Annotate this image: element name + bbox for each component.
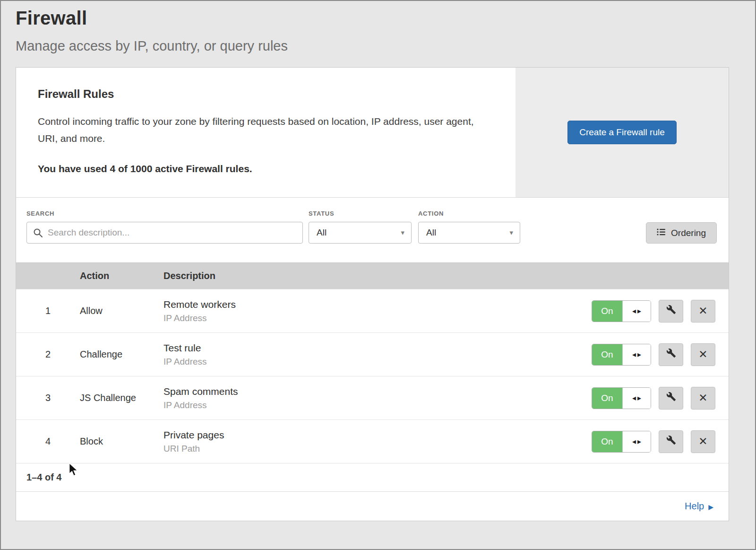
rule-enabled-toggle[interactable]: On ◂▸ (592, 344, 651, 366)
ordering-button[interactable]: Ordering (646, 222, 717, 244)
rule-enabled-toggle[interactable]: On ◂▸ (592, 431, 651, 453)
rule-priority: 4 (16, 436, 80, 447)
arrow-left-icon: ◂ (632, 393, 636, 402)
rules-summary-section: Firewall Rules Control incoming traffic … (16, 68, 729, 198)
search-filter: SEARCH (26, 210, 303, 244)
rules-usage-text: You have used 4 of 1000 active Firewall … (38, 163, 487, 175)
rule-description-cell: Test rule IP Address (163, 342, 592, 367)
toggle-on-segment[interactable]: On (592, 431, 622, 452)
rule-description-cell: Remote workers IP Address (163, 299, 592, 323)
arrow-right-icon: ▸ (637, 437, 641, 446)
ordering-list-icon (657, 228, 666, 238)
toggle-on-segment[interactable]: On (592, 301, 622, 322)
action-select[interactable]: All ▾ (418, 222, 520, 244)
toggle-on-segment[interactable]: On (592, 344, 622, 365)
help-bar: Help ▶ (16, 491, 729, 521)
search-input-wrap (26, 222, 303, 244)
rule-controls: On ◂▸ ✕ (592, 300, 729, 323)
rule-priority: 2 (16, 349, 80, 360)
page-subtitle: Manage access by IP, country, or query r… (16, 38, 756, 54)
close-icon: ✕ (698, 305, 707, 317)
arrow-left-icon: ◂ (632, 350, 636, 359)
edit-rule-button[interactable] (659, 430, 683, 453)
rule-enabled-toggle[interactable]: On ◂▸ (592, 387, 651, 409)
status-select-value: All (317, 227, 326, 238)
table-header-row: Action Description (16, 262, 729, 289)
help-arrow-icon: ▶ (708, 503, 713, 511)
column-header-description: Description (163, 271, 729, 281)
rule-action: Challenge (80, 349, 163, 360)
rule-action: Allow (80, 306, 163, 316)
firewall-card: Firewall Rules Control incoming traffic … (16, 67, 729, 521)
rule-description: Private pages (163, 429, 592, 441)
action-filter: ACTION All ▾ (418, 210, 520, 244)
toggle-drag-handle[interactable]: ◂▸ (622, 431, 651, 452)
close-icon: ✕ (698, 348, 707, 361)
column-header-action: Action (80, 271, 163, 281)
wrench-icon (666, 348, 676, 361)
rule-match-type: IP Address (163, 400, 592, 410)
chevron-down-icon: ▾ (401, 228, 404, 237)
rule-priority: 3 (16, 393, 80, 403)
delete-rule-button[interactable]: ✕ (691, 343, 715, 366)
status-label: STATUS (309, 210, 412, 217)
close-icon: ✕ (698, 435, 707, 448)
action-label: ACTION (418, 210, 520, 217)
rule-action: Block (80, 436, 163, 447)
close-icon: ✕ (698, 392, 707, 404)
rules-summary-aside: Create a Firewall rule (515, 68, 729, 197)
table-row: 1 Allow Remote workers IP Address On ◂▸ … (16, 289, 729, 332)
toggle-on-segment[interactable]: On (592, 388, 622, 409)
filters-bar: SEARCH STATUS All ▾ ACTION All (16, 198, 729, 262)
action-select-value: All (426, 227, 436, 238)
delete-rule-button[interactable]: ✕ (691, 387, 715, 410)
firewall-page: Firewall Manage access by IP, country, o… (0, 0, 756, 550)
rule-description: Spam comments (163, 386, 592, 397)
status-select[interactable]: All ▾ (309, 222, 412, 244)
rule-description-cell: Spam comments IP Address (163, 386, 592, 410)
delete-rule-button[interactable]: ✕ (691, 430, 715, 453)
rule-description-cell: Private pages URI Path (163, 429, 592, 454)
edit-rule-button[interactable] (659, 300, 683, 323)
chevron-down-icon: ▾ (509, 228, 513, 237)
arrow-right-icon: ▸ (637, 306, 641, 315)
search-input[interactable] (47, 227, 302, 238)
rule-controls: On ◂▸ ✕ (592, 387, 729, 410)
table-row: 4 Block Private pages URI Path On ◂▸ ✕ (16, 419, 729, 463)
wrench-icon (666, 435, 676, 448)
help-link[interactable]: Help ▶ (685, 501, 713, 512)
toggle-drag-handle[interactable]: ◂▸ (622, 301, 651, 322)
arrow-left-icon: ◂ (632, 306, 636, 315)
wrench-icon (666, 305, 676, 317)
rules-card-title: Firewall Rules (38, 87, 487, 101)
rules-summary-text: Firewall Rules Control incoming traffic … (16, 68, 515, 197)
rule-enabled-toggle[interactable]: On ◂▸ (592, 300, 651, 322)
ordering-button-label: Ordering (671, 228, 706, 238)
table-footer: 1–4 of 4 (16, 463, 729, 491)
edit-rule-button[interactable] (659, 343, 683, 366)
create-firewall-rule-button[interactable]: Create a Firewall rule (567, 121, 677, 144)
edit-rule-button[interactable] (659, 387, 683, 410)
toggle-drag-handle[interactable]: ◂▸ (622, 388, 651, 409)
toggle-drag-handle[interactable]: ◂▸ (622, 344, 651, 365)
rule-description: Remote workers (163, 299, 592, 310)
page-title: Firewall (16, 8, 756, 29)
rules-card-description: Control incoming traffic to your zone by… (38, 113, 484, 147)
arrow-right-icon: ▸ (637, 350, 641, 359)
table-row: 3 JS Challenge Spam comments IP Address … (16, 376, 729, 419)
rule-priority: 1 (16, 306, 80, 316)
table-row: 2 Challenge Test rule IP Address On ◂▸ ✕ (16, 332, 729, 376)
rule-match-type: IP Address (163, 313, 592, 323)
delete-rule-button[interactable]: ✕ (691, 300, 715, 323)
rule-match-type: URI Path (163, 444, 592, 454)
rule-match-type: IP Address (163, 357, 592, 367)
wrench-icon (666, 392, 676, 404)
rule-action: JS Challenge (80, 393, 163, 403)
search-label: SEARCH (26, 210, 303, 217)
rule-controls: On ◂▸ ✕ (592, 343, 729, 366)
page-header: Firewall Manage access by IP, country, o… (0, 0, 756, 54)
rule-controls: On ◂▸ ✕ (592, 430, 729, 453)
rules-table: Action Description 1 Allow Remote worker… (16, 262, 729, 491)
status-filter: STATUS All ▾ (309, 210, 412, 244)
pagination-text: 1–4 of 4 (26, 472, 61, 483)
